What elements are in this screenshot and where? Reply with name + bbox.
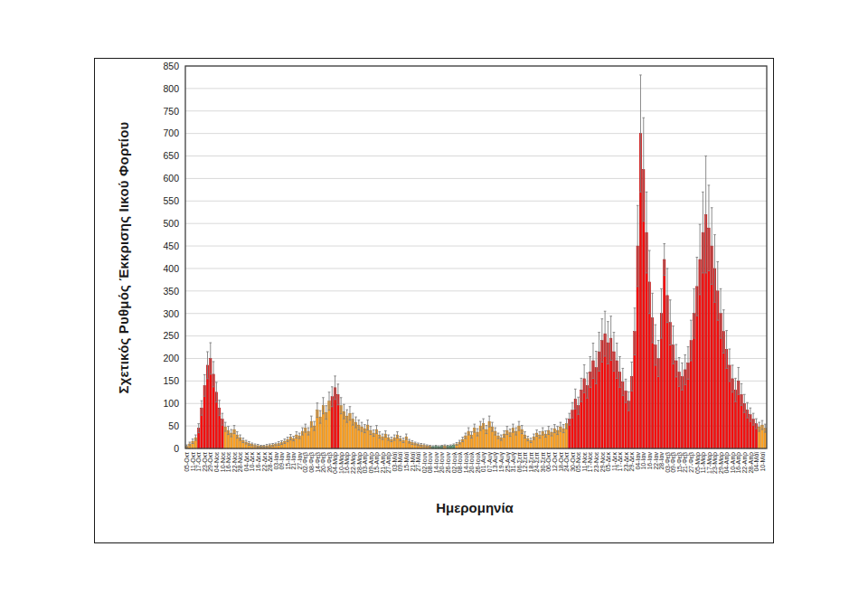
y-tick-label: 450 bbox=[163, 240, 179, 251]
y-tick-label: 0 bbox=[174, 443, 179, 454]
y-tick-label: 850 bbox=[163, 61, 179, 71]
x-axis-title: Ημερομηνία bbox=[240, 500, 710, 515]
y-tick-label: 100 bbox=[163, 398, 179, 409]
y-tick-label: 250 bbox=[163, 330, 179, 341]
chart-figure-box: Σχετικός Ρυθμός Έκκρισης Ιικού Φορτίου 0… bbox=[94, 58, 774, 543]
y-tick-label: 50 bbox=[168, 420, 179, 431]
chart-svg: 0501001502002503003504004505005506006507… bbox=[95, 59, 773, 493]
y-tick-label: 350 bbox=[163, 286, 179, 297]
y-tick-label: 500 bbox=[163, 218, 179, 229]
page: { "chart_data": { "type": "bar", "title"… bbox=[0, 0, 868, 613]
bar bbox=[664, 259, 665, 448]
y-tick-label: 150 bbox=[163, 375, 179, 386]
y-tick-label: 400 bbox=[163, 263, 179, 274]
y-tick-label: 200 bbox=[163, 353, 179, 363]
y-tick-label: 550 bbox=[163, 195, 179, 206]
y-tick-label: 800 bbox=[163, 83, 179, 94]
y-tick-label: 700 bbox=[163, 127, 179, 138]
y-tick-label: 300 bbox=[163, 308, 179, 319]
y-tick-label: 650 bbox=[163, 150, 179, 161]
y-tick-label: 600 bbox=[163, 173, 179, 184]
x-tick-label: 10-Μαϊ bbox=[760, 452, 766, 472]
y-tick-label: 750 bbox=[163, 106, 179, 117]
